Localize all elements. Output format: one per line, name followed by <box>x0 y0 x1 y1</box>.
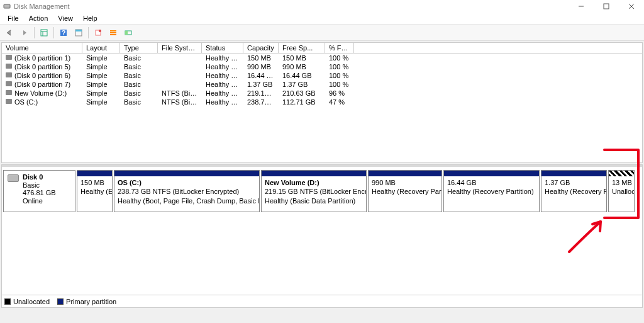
col-percent-free[interactable]: % Free <box>325 43 354 54</box>
cell-text: Simple <box>86 54 108 62</box>
svg-rect-16 <box>110 34 116 35</box>
help-button[interactable]: ? <box>57 26 70 40</box>
cell-volume: (Disk 0 partition 6) <box>2 71 82 80</box>
cell-volume: OS (C:) <box>2 98 82 106</box>
partition-bar <box>262 171 366 176</box>
legend-unallocated: Unallocated <box>4 298 50 305</box>
close-button[interactable] <box>619 0 644 13</box>
cell-text: 210.63 GB <box>282 89 316 97</box>
cell-text: Simple <box>86 72 108 79</box>
cell-fs: NTFS (BitLo... <box>158 98 202 106</box>
cell-capacity: 16.44 GB <box>243 71 279 80</box>
svg-rect-14 <box>110 30 116 31</box>
cell-text: (Disk 0 partition 7) <box>14 81 70 88</box>
cell-text: Healthy (R... <box>206 81 243 88</box>
svg-rect-15 <box>110 32 116 33</box>
volume-icon <box>6 55 12 60</box>
volume-icon <box>6 64 12 69</box>
volume-row[interactable]: New Volume (D:)SimpleBasicNTFS (BitLo...… <box>2 89 642 98</box>
back-button[interactable] <box>3 26 16 40</box>
cell-text: Healthy (B... <box>206 89 243 97</box>
menu-action[interactable]: Action <box>24 13 53 23</box>
volume-icon <box>6 90 12 95</box>
minimize-button[interactable] <box>569 0 594 13</box>
partition-status: Healthy (Recovery Partition) <box>447 187 536 196</box>
volume-icon <box>6 81 12 86</box>
volume-row[interactable]: (Disk 0 partition 6)SimpleBasicHealthy (… <box>2 71 642 80</box>
svg-point-13 <box>99 30 101 32</box>
cell-status: Healthy (B... <box>202 98 243 106</box>
partition-name: New Volume (D:) <box>265 178 363 187</box>
volume-list-pane: Volume Layout Type File System Status Ca… <box>1 42 643 163</box>
col-layout[interactable]: Layout <box>82 43 120 54</box>
cell-status: Healthy (E... <box>202 54 243 62</box>
partition[interactable]: 16.44 GBHealthy (Recovery Partition) <box>443 170 540 212</box>
partition[interactable]: 990 MBHealthy (Recovery Partit <box>368 170 442 212</box>
col-type[interactable]: Type <box>120 43 158 54</box>
show-hide-button[interactable] <box>37 26 51 40</box>
volume-row[interactable]: (Disk 0 partition 5)SimpleBasicHealthy (… <box>2 62 642 71</box>
partition[interactable]: 150 MBHealthy (EFI Syst <box>77 170 113 212</box>
volume-list-header[interactable]: Volume Layout Type File System Status Ca… <box>2 43 642 54</box>
partition-size: 16.44 GB <box>447 178 536 187</box>
col-volume[interactable]: Volume <box>2 43 82 54</box>
cell-type: Basic <box>120 89 158 98</box>
col-spacer <box>354 43 642 54</box>
cell-pct: 47 % <box>325 98 354 106</box>
cell-pct: 100 % <box>325 80 354 89</box>
cell-text: (Disk 0 partition 1) <box>14 54 70 62</box>
cell-capacity: 990 MB <box>243 62 279 71</box>
disk-header[interactable]: Disk 0 Basic 476.81 GB Online <box>3 170 75 212</box>
refresh-button[interactable] <box>91 26 105 40</box>
disk-name: Disk 0 <box>23 173 56 181</box>
window-title: Disk Management <box>14 3 70 10</box>
graphical-pane: Disk 0 Basic 476.81 GB Online 150 MBHeal… <box>1 164 643 308</box>
col-filesystem[interactable]: File System <box>158 43 202 54</box>
cell-text: 238.73 GB <box>247 98 279 106</box>
partition-status: Unalloca <box>612 187 631 196</box>
cell-text: 16.44 GB <box>247 72 276 79</box>
menu-view[interactable]: View <box>53 13 78 23</box>
partition-unallocated[interactable]: 13 MBUnalloca <box>608 170 635 212</box>
partition-body: 16.44 GBHealthy (Recovery Partition) <box>444 176 539 198</box>
cell-text: 100 % <box>329 63 348 71</box>
cell-free: 1.37 GB <box>279 80 325 89</box>
cell-fs: NTFS (BitLo... <box>158 89 202 98</box>
cell-text: 47 % <box>329 98 345 106</box>
volume-row[interactable]: OS (C:)SimpleBasicNTFS (BitLo...Healthy … <box>2 98 642 106</box>
col-capacity[interactable]: Capacity <box>243 43 279 54</box>
forward-button[interactable] <box>18 26 31 40</box>
svg-rect-2 <box>604 4 609 9</box>
partition-body: 1.37 GBHealthy (Recovery Parti <box>541 176 606 198</box>
col-free-space[interactable]: Free Sp... <box>279 43 325 54</box>
partition-body: New Volume (D:)219.15 GB NTFS (BitLocker… <box>262 176 366 207</box>
maximize-button[interactable] <box>594 0 619 13</box>
disk-list-button[interactable] <box>121 26 135 40</box>
partition-status: Healthy (Recovery Partit <box>372 187 438 196</box>
partition[interactable]: 1.37 GBHealthy (Recovery Parti <box>541 170 607 212</box>
cell-capacity: 238.73 GB <box>243 98 279 106</box>
partition-bar <box>77 171 112 176</box>
volume-row[interactable]: (Disk 0 partition 7)SimpleBasicHealthy (… <box>2 80 642 89</box>
partition[interactable]: OS (C:)238.73 GB NTFS (BitLocker Encrypt… <box>114 170 260 212</box>
cell-volume: (Disk 0 partition 5) <box>2 62 82 71</box>
volume-row[interactable]: (Disk 0 partition 1)SimpleBasicHealthy (… <box>2 54 642 62</box>
cell-capacity: 150 MB <box>243 54 279 62</box>
cell-status: Healthy (B... <box>202 89 243 98</box>
menu-help[interactable]: Help <box>78 13 103 23</box>
partition-bar <box>444 171 539 176</box>
cell-layout: Simple <box>82 80 120 89</box>
action-list-button[interactable] <box>106 26 120 40</box>
cell-fs <box>158 54 202 62</box>
show-top-button[interactable] <box>72 26 86 40</box>
cell-status: Healthy (R... <box>202 80 243 89</box>
cell-text: 100 % <box>329 81 348 88</box>
cell-text: Simple <box>86 89 108 97</box>
menu-file[interactable]: File <box>3 13 24 23</box>
partition-status: Healthy (Recovery Parti <box>545 187 603 196</box>
cell-text: 100 % <box>329 72 348 79</box>
cell-pct: 100 % <box>325 71 354 80</box>
partition[interactable]: New Volume (D:)219.15 GB NTFS (BitLocker… <box>261 170 367 212</box>
legend-unallocated-swatch <box>4 298 11 305</box>
col-status[interactable]: Status <box>202 43 243 54</box>
